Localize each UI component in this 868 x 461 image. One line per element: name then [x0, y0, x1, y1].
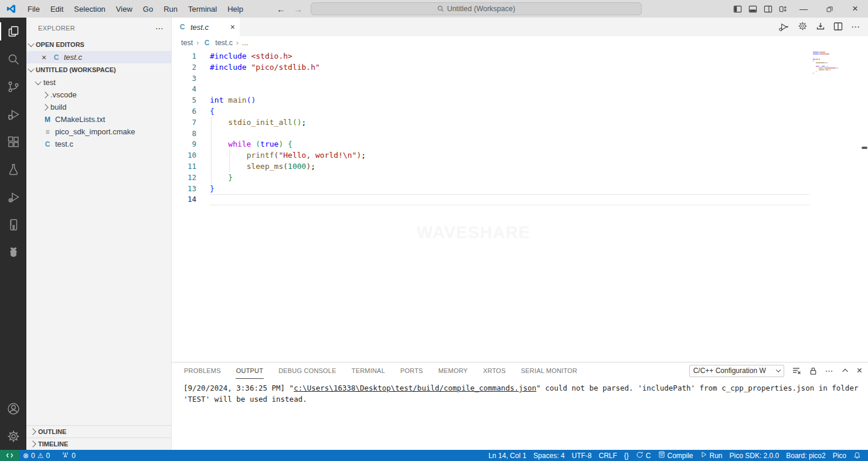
accounts-icon[interactable]	[0, 395, 26, 422]
explorer-icon[interactable]	[0, 18, 26, 45]
customize-layout-icon[interactable]	[775, 0, 791, 18]
code-line[interactable]: 11 sleep_ms(1000);	[172, 161, 868, 172]
open-editor-item[interactable]: ×Ctest.c	[26, 51, 171, 63]
run-and-debug-icon[interactable]	[0, 100, 26, 128]
code-line[interactable]: 5int main()	[172, 95, 868, 106]
code-line[interactable]: 8	[172, 128, 868, 140]
code-content[interactable]: 1#include <stdio.h>2#include "pico/stdli…	[172, 49, 868, 205]
code-line[interactable]: 12 }	[172, 172, 868, 184]
board-selector[interactable]: Board: pico2	[782, 450, 829, 461]
output-file-link[interactable]: c:\Users\16338\Desktop\test/build/compil…	[294, 384, 536, 392]
language-status[interactable]: {}	[621, 450, 632, 461]
tree-item-test[interactable]: test	[26, 76, 171, 89]
workspace-section[interactable]: UNTITLED (WORKSPACE)	[26, 63, 171, 76]
code-line[interactable]: 4	[172, 84, 868, 95]
eol-sequence[interactable]: CRLF	[595, 450, 620, 461]
outline-section[interactable]: OUTLINE	[26, 425, 171, 438]
panel-tab-ports[interactable]: PORTS	[400, 362, 424, 379]
testing-flask-icon[interactable]	[0, 155, 26, 183]
minimize-button[interactable]: —	[791, 0, 816, 18]
tab-test-c[interactable]: C test.c ×	[172, 18, 240, 36]
compile-button[interactable]: Compile	[655, 450, 697, 461]
editor-more-actions-icon[interactable]: ⋯	[851, 22, 860, 32]
menu-go[interactable]: Go	[138, 0, 158, 18]
tree-item-test-c[interactable]: Ctest.c	[26, 138, 171, 150]
menu-view[interactable]: View	[111, 0, 138, 18]
search-icon[interactable]	[0, 45, 26, 73]
pico-extension[interactable]: Pico	[829, 450, 850, 461]
editor-settings-gear-icon[interactable]	[798, 21, 808, 33]
sync-language[interactable]: C	[632, 450, 655, 461]
tree-item-build[interactable]: build	[26, 101, 171, 113]
code-editor[interactable]: 1#include <stdio.h>2#include "pico/stdli…	[172, 49, 868, 362]
minimap[interactable]	[813, 52, 859, 76]
code-line[interactable]: 3	[172, 73, 868, 84]
split-editor-icon[interactable]	[833, 22, 843, 33]
open-editors-section[interactable]: OPEN EDITORS	[26, 38, 171, 51]
output-log[interactable]: [9/20/2024, 3:36:25 PM] "c:\Users\16338\…	[172, 379, 868, 450]
toggle-panel-icon[interactable]	[745, 0, 760, 18]
source-control-icon[interactable]	[0, 73, 26, 100]
breadcrumb-item[interactable]: test	[181, 39, 193, 47]
forward-arrow-icon[interactable]: →	[294, 4, 302, 14]
scrollbar-marker[interactable]	[862, 147, 867, 149]
menu-run[interactable]: Run	[158, 0, 183, 18]
settings-gear-icon[interactable]	[0, 422, 26, 450]
tree-item-cmakelists-txt[interactable]: MCMakeLists.txt	[26, 113, 171, 126]
pico-sdk-version[interactable]: Pico SDK: 2.0.0	[726, 450, 783, 461]
panel-tab-debug-console[interactable]: DEBUG CONSOLE	[278, 362, 337, 379]
panel-tab-memory[interactable]: MEMORY	[438, 362, 469, 379]
tab-close-icon[interactable]: ×	[230, 22, 235, 32]
panel-more-actions-icon[interactable]: ⋯	[825, 366, 833, 375]
panel-tab-problems[interactable]: PROBLEMS	[183, 362, 222, 379]
raspberry-pi-icon[interactable]	[0, 238, 26, 266]
remote-indicator[interactable]	[0, 450, 19, 461]
menu-edit[interactable]: Edit	[45, 0, 69, 18]
code-line[interactable]: 13}	[172, 184, 868, 195]
tree-item-pico-sdk-import-cmake[interactable]: ≡pico_sdk_import.cmake	[26, 126, 171, 138]
pico-debug-icon[interactable]	[0, 183, 26, 211]
menu-selection[interactable]: Selection	[69, 0, 110, 18]
panel-tab-output[interactable]: OUTPUT	[236, 362, 264, 379]
panel-tab-terminal[interactable]: TERMINAL	[351, 362, 386, 379]
close-editor-icon[interactable]: ×	[39, 53, 49, 62]
encoding[interactable]: UTF-8	[568, 450, 595, 461]
menu-help[interactable]: Help	[222, 0, 249, 18]
code-line[interactable]: 2#include "pico/stdlib.h"	[172, 62, 868, 73]
pico-board-icon[interactable]	[0, 211, 26, 238]
code-line[interactable]: 1#include <stdio.h>	[172, 51, 868, 62]
maximize-panel-icon[interactable]	[841, 367, 849, 375]
toggle-secondary-sidebar-icon[interactable]	[760, 0, 775, 18]
notifications-bell-icon[interactable]	[850, 450, 864, 461]
panel-tab-xrtos[interactable]: XRTOS	[482, 362, 506, 379]
indentation[interactable]: Spaces: 4	[530, 450, 568, 461]
lock-scroll-icon[interactable]	[809, 367, 818, 375]
code-line[interactable]: 6{	[172, 106, 868, 117]
menu-file[interactable]: File	[22, 0, 45, 18]
clear-output-icon[interactable]	[792, 366, 801, 375]
code-line[interactable]: 14	[172, 194, 868, 205]
toggle-primary-sidebar-icon[interactable]	[730, 0, 745, 18]
panel-tab-serial-monitor[interactable]: SERIAL MONITOR	[520, 362, 578, 379]
breadcrumb-item[interactable]: test.c	[215, 39, 233, 47]
cursor-position[interactable]: Ln 14, Col 1	[485, 450, 530, 461]
flash-deploy-icon[interactable]	[816, 22, 825, 33]
run-or-debug-button[interactable]	[778, 22, 789, 32]
run-button[interactable]: Run	[697, 450, 726, 461]
close-panel-icon[interactable]: ×	[857, 365, 862, 376]
tree-item--vscode[interactable]: .vscode	[26, 89, 171, 101]
close-window-button[interactable]: ×	[842, 0, 868, 18]
back-arrow-icon[interactable]: ←	[277, 4, 285, 14]
breadcrumb[interactable]: test›Ctest.c›...	[172, 36, 868, 49]
breadcrumb-item[interactable]: ...	[242, 39, 248, 47]
explorer-more-actions-icon[interactable]: ⋯	[155, 23, 164, 33]
ports-forwarded[interactable]: 0	[58, 450, 79, 461]
code-line[interactable]: 7 stdio_init_all();	[172, 117, 868, 128]
timeline-section[interactable]: TIMELINE	[26, 438, 171, 450]
menu-terminal[interactable]: Terminal	[183, 0, 222, 18]
command-center-search[interactable]: Untitled (Workspace)	[311, 2, 642, 15]
output-channel-dropdown[interactable]: C/C++ Configuration W	[689, 365, 784, 377]
restore-button[interactable]	[816, 0, 842, 18]
extensions-icon[interactable]	[0, 128, 26, 155]
code-line[interactable]: 9 while (true) {	[172, 139, 868, 150]
